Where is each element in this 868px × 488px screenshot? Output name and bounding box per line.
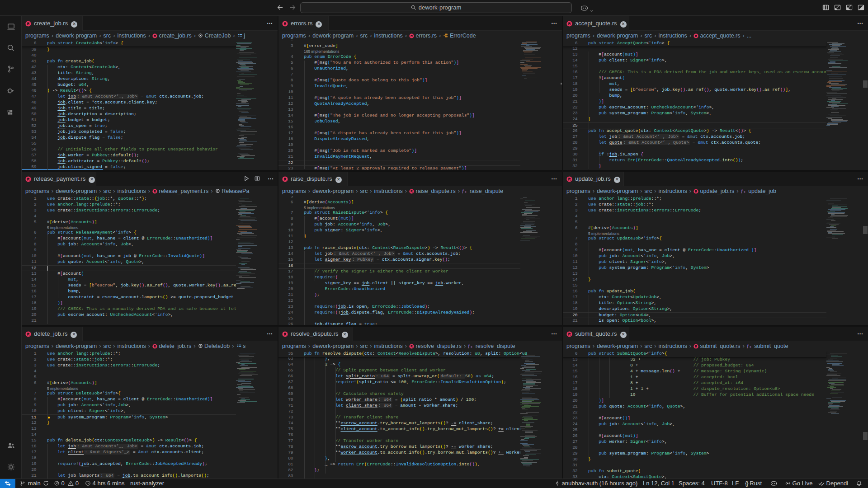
svg-text:x: x	[465, 190, 467, 193]
svg-text:x: x	[750, 345, 751, 348]
svg-text:f: f	[462, 188, 464, 193]
svg-text:x: x	[471, 345, 473, 348]
svg-text:f: f	[741, 188, 743, 193]
svg-text:f: f	[468, 343, 470, 348]
svg-text:f: f	[747, 343, 749, 348]
svg-text:x: x	[744, 190, 745, 193]
